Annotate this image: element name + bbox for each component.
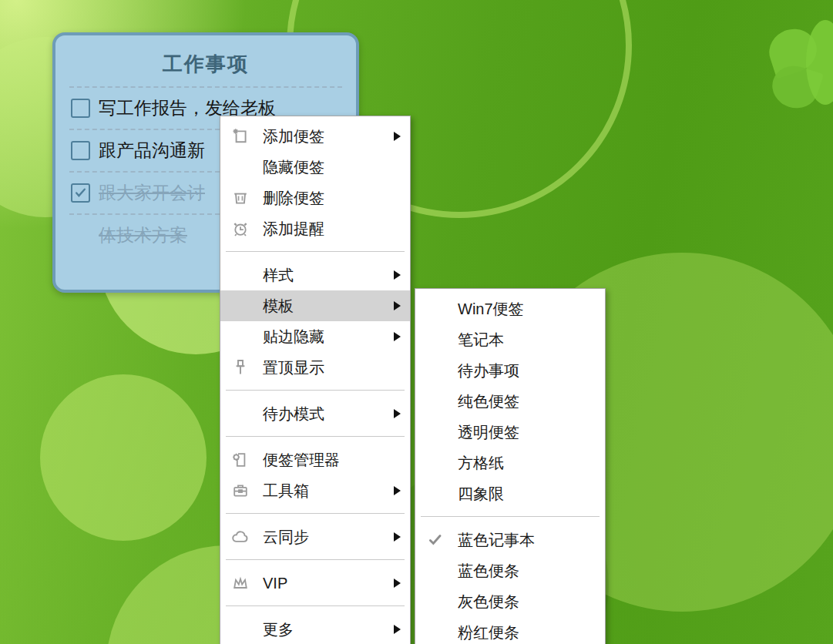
menu-item-delete-note[interactable]: 删除便签 (220, 183, 410, 213)
submenu-arrow-icon (394, 270, 401, 280)
menu-separator (226, 559, 405, 560)
menu-item-vip[interactable]: VIP (220, 568, 410, 599)
menu-item-template-blue-notebook[interactable]: 蓝色记事本 (415, 525, 605, 555)
desktop-screen: 工作事项 写工作报告，发给老板跟产品沟通新跟大家开会讨体技术方案 添加便签隐藏便… (0, 0, 833, 644)
menu-separator (226, 390, 405, 391)
menu-item-pin-on-top[interactable]: 置顶显示 (220, 352, 410, 383)
cloud-icon (230, 527, 250, 547)
menu-item-add-note[interactable]: 添加便签 (220, 121, 410, 152)
menu-item-todo-mode[interactable]: 待办模式 (220, 398, 410, 429)
menu-item-label: 四象限 (458, 484, 504, 505)
menu-item-edge-hide[interactable]: 贴边隐藏 (220, 321, 410, 352)
menu-item-template-notebook[interactable]: 笔记本 (415, 324, 605, 355)
menu-item-label: 添加提醒 (263, 219, 324, 240)
note-title: 工作事项 (68, 45, 344, 86)
menu-item-label: 工具箱 (263, 481, 309, 501)
menu-separator (226, 605, 405, 606)
menu-item-add-reminder[interactable]: 添加提醒 (220, 213, 410, 244)
context-menu: 添加便签隐藏便签删除便签添加提醒样式模板贴边隐藏置顶显示待办模式便签管理器工具箱… (220, 116, 411, 644)
menu-item-label: 纯色便签 (458, 391, 519, 412)
menu-item-label: 透明便签 (458, 422, 519, 443)
manager-icon (230, 450, 250, 470)
pin-icon (230, 357, 250, 377)
menu-item-label: 添加便签 (263, 126, 324, 147)
menu-item-label: 置顶显示 (263, 357, 324, 378)
menu-item-note-manager[interactable]: 便签管理器 (220, 444, 410, 475)
menu-item-template-transparent[interactable]: 透明便签 (415, 417, 605, 448)
menu-item-label: 蓝色记事本 (458, 530, 535, 551)
menu-item-label: 粉红便条 (458, 622, 519, 643)
menu-item-style[interactable]: 样式 (220, 260, 410, 290)
submenu-arrow-icon (394, 332, 401, 341)
menu-item-label: 灰色便条 (458, 592, 519, 612)
todo-text[interactable]: 体技术方案 (99, 223, 187, 247)
check-icon (425, 530, 445, 550)
menu-separator (421, 516, 600, 517)
menu-item-template[interactable]: 模板 (220, 290, 410, 321)
menu-item-label: Win7便签 (458, 299, 524, 320)
alarm-icon (230, 219, 250, 239)
submenu-arrow-icon (394, 486, 401, 495)
todo-checkbox[interactable] (71, 99, 90, 118)
submenu-arrow-icon (394, 579, 401, 588)
menu-separator (226, 513, 405, 514)
toolbox-icon (230, 481, 250, 501)
menu-item-label: 隐藏便签 (263, 157, 324, 178)
menu-item-label: 云同步 (263, 527, 309, 548)
todo-checkbox[interactable] (71, 141, 90, 160)
menu-item-template-pink-note[interactable]: 粉红便条 (415, 617, 605, 644)
menu-item-hide-note[interactable]: 隐藏便签 (220, 152, 410, 183)
menu-item-label: 贴边隐藏 (263, 327, 324, 347)
menu-separator (226, 251, 405, 252)
menu-item-label: 更多 (263, 619, 294, 640)
todo-text[interactable]: 跟产品沟通新 (99, 139, 205, 163)
submenu-arrow-icon (394, 132, 401, 141)
menu-item-label: 模板 (263, 296, 294, 317)
menu-separator (226, 436, 405, 437)
menu-item-more[interactable]: 更多 (220, 614, 410, 644)
trash-icon (230, 188, 250, 208)
add-note-icon (230, 126, 250, 146)
template-submenu: Win7便签笔记本待办事项纯色便签透明便签方格纸四象限蓝色记事本蓝色便条灰色便条… (415, 288, 606, 644)
menu-item-label: 删除便签 (263, 188, 324, 209)
menu-item-label: 蓝色便条 (458, 561, 519, 582)
todo-checkbox-checked[interactable] (71, 183, 90, 203)
menu-item-toolbox[interactable]: 工具箱 (220, 475, 410, 506)
submenu-arrow-icon (394, 301, 401, 310)
menu-item-label: 便签管理器 (263, 450, 340, 471)
menu-item-template-win7[interactable]: Win7便签 (415, 293, 605, 324)
menu-item-template-grid-paper[interactable]: 方格纸 (415, 448, 605, 478)
menu-item-label: 方格纸 (458, 453, 504, 474)
wallpaper-circle (40, 374, 207, 541)
menu-item-cloud-sync[interactable]: 云同步 (220, 522, 410, 552)
menu-item-label: 样式 (263, 265, 294, 286)
todo-text[interactable]: 跟大家开会讨 (99, 181, 205, 205)
menu-item-label: VIP (263, 575, 287, 592)
crown-icon (230, 573, 250, 593)
submenu-arrow-icon (394, 532, 401, 542)
menu-item-template-gray-note[interactable]: 灰色便条 (415, 586, 605, 617)
menu-item-label: 待办事项 (458, 361, 519, 381)
menu-item-template-todo-list[interactable]: 待办事项 (415, 355, 605, 386)
menu-item-template-quadrants[interactable]: 四象限 (415, 478, 605, 509)
submenu-arrow-icon (394, 409, 401, 418)
menu-item-template-solid-color[interactable]: 纯色便签 (415, 386, 605, 417)
submenu-arrow-icon (394, 625, 401, 634)
menu-item-label: 笔记本 (458, 330, 504, 351)
menu-item-template-blue-note[interactable]: 蓝色便条 (415, 555, 605, 586)
menu-item-label: 待办模式 (263, 404, 324, 424)
